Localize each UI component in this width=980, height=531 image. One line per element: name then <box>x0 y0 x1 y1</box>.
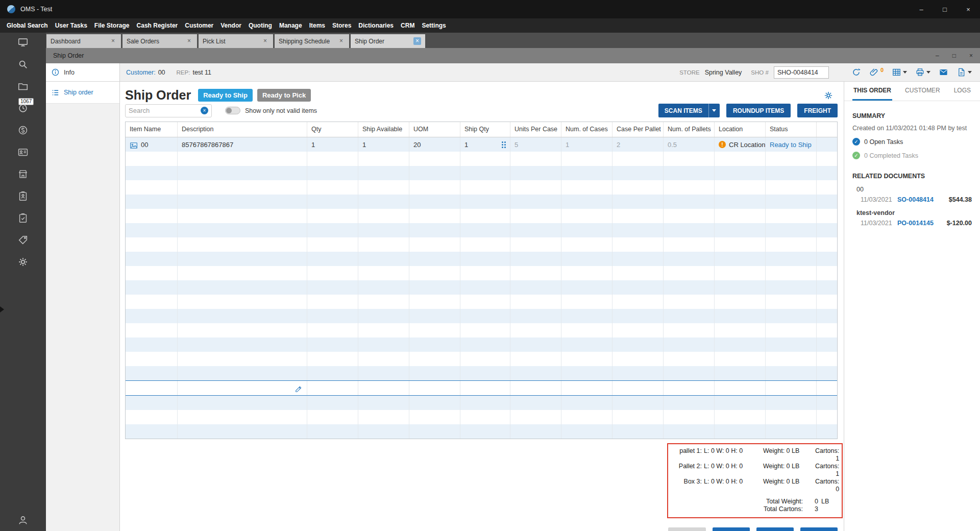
minimize-icon[interactable]: – <box>910 0 933 18</box>
item-image-icon[interactable] <box>130 140 138 149</box>
tab-ship-order[interactable]: Ship Order × <box>351 34 425 48</box>
print-button[interactable] <box>915 67 930 77</box>
ship-qty-menu-icon[interactable] <box>502 141 506 148</box>
clear-search-icon[interactable]: × <box>201 107 208 114</box>
settings-gear-icon[interactable] <box>17 256 29 268</box>
tab-close-icon[interactable]: × <box>185 37 193 45</box>
table-row-empty[interactable] <box>126 309 837 323</box>
table-row-empty[interactable] <box>126 280 837 295</box>
roundup-items-button[interactable]: ROUNDUP ITEMS <box>726 104 791 117</box>
menu-item-customer[interactable]: Customer <box>181 18 217 33</box>
inline-edit-row[interactable] <box>126 380 837 396</box>
status-badge-ready-to-pick[interactable]: Ready to Pick <box>257 89 311 102</box>
menu-item-stores[interactable]: Stores <box>329 18 355 33</box>
table-row-empty[interactable] <box>126 396 837 410</box>
menu-item-manage[interactable]: Manage <box>276 18 306 33</box>
table-row-empty[interactable] <box>126 252 837 266</box>
column-header[interactable]: Ship Available <box>358 122 409 137</box>
menu-item-global-search[interactable]: Global Search <box>3 18 52 33</box>
column-header[interactable]: Description <box>178 122 307 137</box>
column-header[interactable]: Num. of Pallets <box>664 122 715 137</box>
table-row-empty[interactable] <box>126 209 837 223</box>
column-header[interactable]: UOM <box>409 122 460 137</box>
pick-tasks-icon[interactable] <box>17 190 29 202</box>
menu-item-crm[interactable]: CRM <box>397 18 418 33</box>
tab-shipping-schedule[interactable]: Shipping Schedule × <box>275 34 349 48</box>
task-list-icon[interactable] <box>17 212 29 224</box>
user-profile-icon[interactable] <box>17 515 29 526</box>
table-row-empty[interactable] <box>126 366 837 380</box>
table-row-empty[interactable] <box>126 223 837 237</box>
menu-item-quoting[interactable]: Quoting <box>245 18 276 33</box>
ship-button[interactable]: SHIP <box>800 527 838 531</box>
table-row-empty[interactable] <box>126 152 837 166</box>
refresh-button[interactable] <box>851 67 861 77</box>
menu-item-settings[interactable]: Settings <box>418 18 449 33</box>
tab-this-order[interactable]: THIS ORDER <box>852 82 892 101</box>
restore-icon[interactable]: □ <box>933 0 957 18</box>
open-tasks-row[interactable]: ✓ 0 Open Tasks <box>852 138 972 146</box>
search-input[interactable] <box>129 107 201 114</box>
column-header[interactable]: Qty <box>307 122 358 137</box>
table-row-empty[interactable] <box>126 237 837 252</box>
sidebar-item-info[interactable]: Info <box>46 63 119 82</box>
tag-icon[interactable] <box>17 234 29 246</box>
table-row-empty[interactable] <box>126 410 837 424</box>
email-button[interactable] <box>939 67 948 77</box>
menu-item-items[interactable]: Items <box>306 18 329 33</box>
table-row-empty[interactable] <box>126 424 837 439</box>
table-row-empty[interactable] <box>126 323 837 337</box>
document-row[interactable]: 11/03/2021 SO-0048414 $544.38 <box>852 196 972 203</box>
panel-expander-icon[interactable] <box>0 306 4 312</box>
scan-items-button[interactable]: SCAN ITEMS <box>658 104 720 117</box>
table-row-empty[interactable] <box>126 352 837 366</box>
tab-sale-orders[interactable]: Sale Orders × <box>122 34 197 48</box>
table-row-empty[interactable] <box>126 195 837 209</box>
column-header[interactable]: Status <box>766 122 817 137</box>
document-row[interactable]: 11/03/2021 PO-0014145 $-120.00 <box>852 220 972 227</box>
menu-item-vendor[interactable]: Vendor <box>217 18 245 33</box>
dashboard-icon[interactable] <box>17 37 29 48</box>
column-header[interactable]: Location <box>715 122 766 137</box>
tab-close-icon[interactable]: × <box>261 37 269 45</box>
sidebar-item-ship-order[interactable]: Ship order <box>46 82 119 103</box>
status-badge-ready-to-ship[interactable]: Ready to Ship <box>198 89 253 102</box>
column-header[interactable]: Num. of Cases <box>561 122 612 137</box>
cancel-button[interactable]: CANCEL <box>668 527 706 531</box>
document-number-link[interactable]: SO-0048414 <box>897 196 934 203</box>
freight-button[interactable]: FREIGHT <box>797 104 838 117</box>
status-link[interactable]: Ready to Ship <box>770 138 812 152</box>
tab-close-icon[interactable]: × <box>109 37 117 45</box>
inner-minimize-icon[interactable]: – <box>936 52 939 59</box>
table-row-empty[interactable] <box>126 337 837 352</box>
tab-close-icon[interactable]: × <box>413 37 421 45</box>
column-header[interactable]: Case Per Pallet <box>612 122 664 137</box>
edit-pencil-icon[interactable] <box>295 384 303 392</box>
table-settings-gear-icon[interactable] <box>823 90 834 101</box>
inner-restore-icon[interactable]: □ <box>952 52 956 59</box>
location-warning-icon[interactable]: ! <box>719 141 726 148</box>
export-document-button[interactable] <box>957 67 972 77</box>
history-clock-icon[interactable]: 1067 <box>17 103 29 114</box>
tab-pick-list[interactable]: Pick List × <box>199 34 273 48</box>
contacts-icon[interactable] <box>17 147 29 158</box>
column-header[interactable]: Units Per Case <box>510 122 561 137</box>
sho-number-input[interactable] <box>774 66 829 79</box>
tab-customer[interactable]: CUSTOMER <box>904 82 941 101</box>
menu-item-cash-register[interactable]: Cash Register <box>133 18 182 33</box>
valid-items-toggle[interactable] <box>225 107 240 114</box>
document-number-link[interactable]: PO-0014145 <box>897 220 934 227</box>
scan-items-dropdown-button[interactable] <box>708 104 720 117</box>
table-row-empty[interactable] <box>126 266 837 280</box>
close-icon[interactable]: × <box>957 0 980 18</box>
column-header[interactable]: Item Name <box>126 122 178 137</box>
pick-button[interactable]: PICK <box>756 527 794 531</box>
store-icon[interactable] <box>17 168 29 180</box>
completed-tasks-row[interactable]: ✓ 0 Completed Tasks <box>852 152 972 159</box>
tab-dashboard[interactable]: Dashboard × <box>46 34 121 48</box>
attachments-button[interactable]: 0 <box>869 67 884 77</box>
table-row-empty[interactable] <box>126 180 837 195</box>
search-icon[interactable] <box>17 59 29 70</box>
table-menu-button[interactable] <box>892 67 907 77</box>
payments-icon[interactable] <box>17 125 29 136</box>
